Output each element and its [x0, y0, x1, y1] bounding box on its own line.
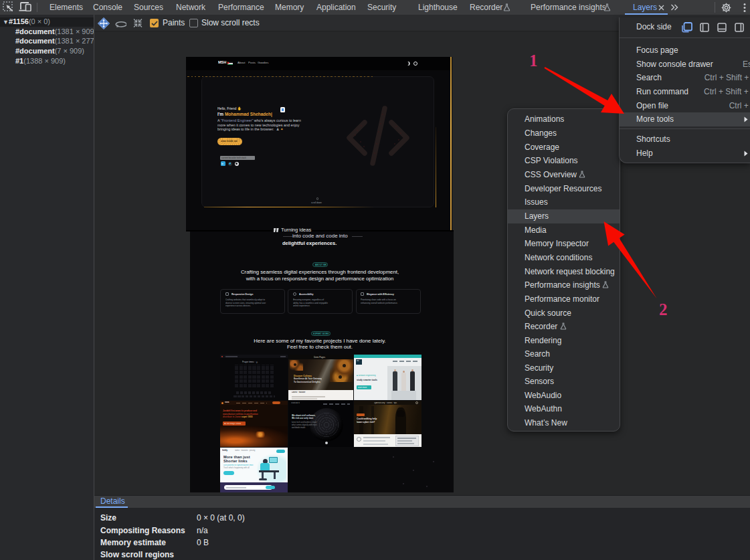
svg-text:2: 2 — [659, 300, 668, 318]
svg-text:1: 1 — [529, 52, 538, 70]
